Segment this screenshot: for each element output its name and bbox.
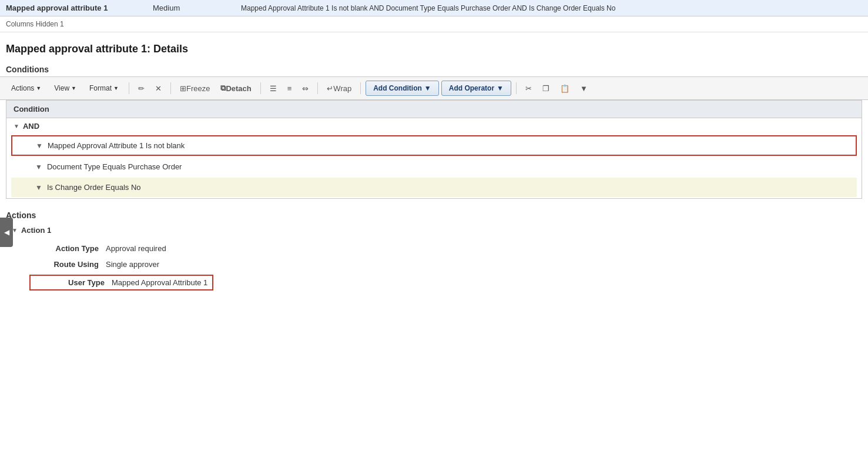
actions-title: Actions [6,211,862,220]
top-row-priority: Medium [153,4,223,12]
actions-button[interactable]: Actions ▼ [6,81,46,95]
action-type-value: Approval required [106,244,166,253]
align-center-icon-button[interactable]: ≡ [283,81,296,96]
view-caret-icon: ▼ [71,85,76,91]
detach-button[interactable]: ⧉ Detach [216,81,255,96]
separator-4 [317,82,318,94]
more-icon-button[interactable]: ▼ [576,81,592,96]
conditions-table-body: ▼ AND ▼ Mapped Approval Attribute 1 Is n… [6,118,862,197]
wrap-icon: ↵ [327,84,333,93]
page-title: Mapped approval attribute 1: Details [0,32,868,60]
user-type-row: User Type Mapped Approval Attribute 1 [29,275,213,291]
conditions-table: Condition ▼ AND ▼ Mapped Approval Attrib… [6,100,862,199]
route-using-label: Route Using [29,260,106,269]
format-caret-icon: ▼ [113,85,119,91]
collapse-icon: ◀ [4,228,9,236]
action-group-header: ▼ Action 1 [12,226,862,235]
format-button[interactable]: Format ▼ [84,81,124,95]
cut-icon-button[interactable]: ✂ [521,81,536,96]
filter-icon-1: ▼ [35,163,42,171]
user-type-value: Mapped Approval Attribute 1 [112,278,207,287]
action-details: Action Type Approval required Route Usin… [29,241,862,291]
conditions-table-header: Condition [6,101,862,118]
conditions-section-label: Conditions [0,60,868,76]
add-operator-caret-icon: ▼ [497,84,504,92]
action-group: ▼ Action 1 Action Type Approval required… [12,226,862,291]
condition-item-2[interactable]: ▼ Is Change Order Equals No [11,178,857,197]
action-type-row: Action Type Approval required [29,241,862,256]
conditions-toolbar: Actions ▼ View ▼ Format ▼ ✏ ✕ ⊞ Freeze ⧉… [0,76,868,100]
action-type-label: Action Type [29,244,106,253]
copy-icon-button[interactable]: ❐ [538,81,554,96]
view-button[interactable]: View ▼ [49,81,82,95]
separator-1 [129,82,129,94]
route-using-value: Single approver [106,260,159,269]
separator-2 [170,82,171,94]
collapse-handle[interactable]: ◀ [0,218,13,247]
top-row: Mapped approval attribute 1 Medium Mappe… [0,0,868,16]
actions-caret-icon: ▼ [36,85,41,91]
add-operator-button[interactable]: Add Operator ▼ [441,81,511,96]
condition-text-0: Mapped Approval Attribute 1 Is not blank [48,141,185,150]
route-using-row: Route Using Single approver [29,256,862,272]
filter-icon-0: ▼ [36,142,43,150]
align-left-icon-button[interactable]: ☰ [266,81,281,96]
columns-hidden: Columns Hidden 1 [0,16,868,32]
condition-item-0[interactable]: ▼ Mapped Approval Attribute 1 Is not bla… [11,135,857,156]
separator-3 [260,82,261,94]
freeze-button[interactable]: ⊞ Freeze [176,81,214,96]
user-type-label: User Type [35,278,112,287]
paste-icon-button[interactable]: 📋 [556,81,574,96]
freeze-icon: ⊞ [180,84,186,93]
expand-icon-button[interactable]: ⇔ [298,81,313,96]
add-condition-button[interactable]: Add Condition ▼ [366,81,439,96]
delete-icon-button[interactable]: ✕ [151,81,166,96]
actions-section: Actions ▼ Action 1 Action Type Approval … [0,199,868,291]
filter-icon-2: ▼ [35,183,42,192]
triangle-icon: ▼ [14,123,19,129]
wrap-button[interactable]: ↵ Wrap [323,81,356,96]
and-row: ▼ AND [6,118,862,134]
condition-item-1[interactable]: ▼ Document Type Equals Purchase Order [11,157,857,176]
condition-text-2: Is Change Order Equals No [47,183,141,192]
edit-icon-button[interactable]: ✏ [134,81,149,96]
separator-6 [516,82,517,94]
separator-5 [360,82,361,94]
condition-text-1: Document Type Equals Purchase Order [47,162,182,171]
top-row-condition: Mapped Approval Attribute 1 Is not blank… [241,4,862,12]
detach-icon: ⧉ [220,84,226,93]
top-row-name: Mapped approval attribute 1 [6,4,135,12]
add-condition-caret-icon: ▼ [424,84,431,92]
